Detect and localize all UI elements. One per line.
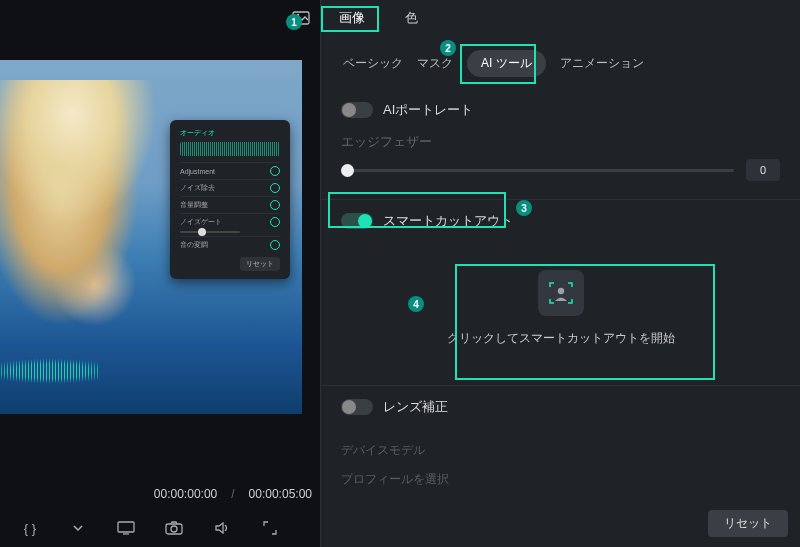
speaker-icon[interactable] xyxy=(212,519,232,537)
audio-adjust-panel: オーディオ Adjustment ノイズ除去 音量調整 ノイズゲート 音の変調 … xyxy=(170,120,290,279)
timecode-display: 00:00:00:00 / 00:00:05:00 xyxy=(0,487,320,501)
lens-correction-toggle[interactable] xyxy=(341,399,373,415)
braces-icon[interactable]: { } xyxy=(20,519,40,537)
lens-correction-label: レンズ補正 xyxy=(383,398,448,416)
subtab-ai-tools[interactable]: AI ツール xyxy=(467,50,546,77)
device-model-label: デバイスモデル xyxy=(341,436,780,465)
smart-cutout-label: スマートカットアウト xyxy=(383,212,513,230)
timecode-duration: 00:00:05:00 xyxy=(249,487,312,501)
svg-point-5 xyxy=(557,288,563,294)
person-crop-icon xyxy=(538,270,584,316)
monitor-icon[interactable] xyxy=(116,519,136,537)
timecode-current: 00:00:00:00 xyxy=(154,487,217,501)
svg-rect-2 xyxy=(118,522,134,532)
edge-feather-value: 0 xyxy=(746,159,780,181)
smart-cutout-toggle[interactable] xyxy=(341,213,373,229)
marker-4: 4 xyxy=(408,296,424,312)
marker-1: 1 xyxy=(286,14,302,30)
video-preview[interactable]: オーディオ Adjustment ノイズ除去 音量調整 ノイズゲート 音の変調 … xyxy=(0,60,302,414)
subtab-mask[interactable]: マスク xyxy=(417,55,453,72)
edge-feather-slider[interactable] xyxy=(341,169,734,172)
float-reset-button[interactable]: リセット xyxy=(240,257,280,271)
preview-toolbar: { } xyxy=(0,519,320,537)
marker-3: 3 xyxy=(516,200,532,216)
preview-panel: オーディオ Adjustment ノイズ除去 音量調整 ノイズゲート 音の変調 … xyxy=(0,0,320,547)
smart-cutout-prompt: クリックしてスマートカットアウトを開始 xyxy=(447,330,675,347)
audio-waveform xyxy=(0,356,100,386)
properties-panel: 画像 色 ベーシック マスク AI ツール アニメーション AIポートレート エ… xyxy=(320,0,800,547)
profile-select-label: プロフィールを選択 xyxy=(341,465,780,494)
chevron-down-icon[interactable] xyxy=(68,519,88,537)
tab-image[interactable]: 画像 xyxy=(339,9,365,27)
waveform-mini xyxy=(180,142,280,156)
reset-button[interactable]: リセット xyxy=(708,510,788,537)
smart-cutout-start-button[interactable]: クリックしてスマートカットアウトを開始 xyxy=(447,270,675,347)
svg-point-4 xyxy=(171,526,177,532)
marker-2: 2 xyxy=(440,40,456,56)
ai-portrait-label: AIポートレート xyxy=(383,101,473,119)
tab-color[interactable]: 色 xyxy=(405,9,418,27)
camera-icon[interactable] xyxy=(164,519,184,537)
edge-feather-label: エッジフェザー xyxy=(341,133,432,151)
subtab-basic[interactable]: ベーシック xyxy=(343,55,403,72)
ai-portrait-toggle[interactable] xyxy=(341,102,373,118)
subtab-animation[interactable]: アニメーション xyxy=(560,55,644,72)
expand-icon[interactable] xyxy=(260,519,280,537)
